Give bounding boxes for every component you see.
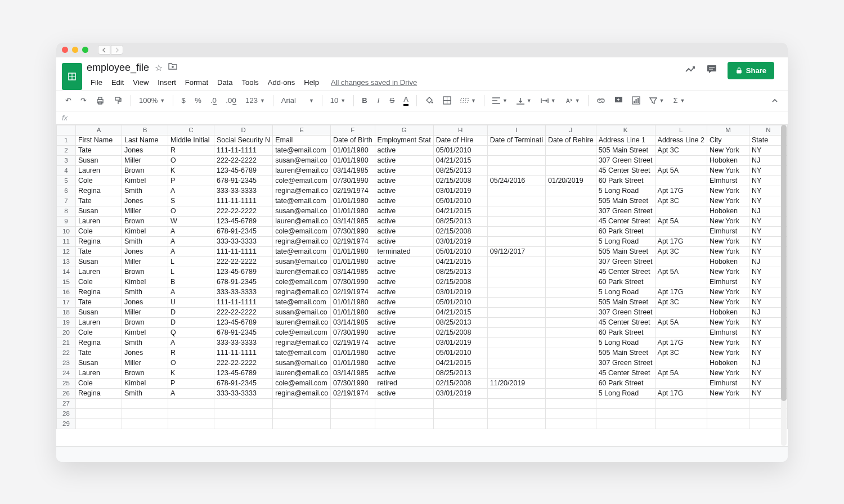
cell[interactable]: Hoboken (707, 307, 749, 317)
cell[interactable]: susan@email.co (273, 307, 331, 317)
cell[interactable]: 03/14/1985 (331, 165, 375, 176)
nav-back-button[interactable] (98, 45, 110, 55)
cell[interactable]: 01/01/1980 (331, 155, 375, 165)
cell[interactable] (487, 418, 545, 429)
row-header-20[interactable]: 20 (57, 327, 76, 338)
cell[interactable]: 05/01/2010 (433, 246, 487, 256)
cell[interactable]: tate@email.com (273, 196, 331, 206)
cell[interactable]: Hoboken (707, 206, 749, 216)
cell[interactable]: 307 Green Street (596, 155, 655, 165)
row-header-22[interactable]: 22 (57, 348, 76, 358)
row-header-10[interactable]: 10 (57, 226, 76, 236)
cell[interactable]: Lauren (75, 267, 122, 277)
currency-button[interactable]: $ (178, 94, 189, 107)
cell[interactable] (487, 368, 545, 378)
cell[interactable]: Apt 3C (655, 348, 707, 358)
cell[interactable] (487, 216, 545, 226)
cell[interactable]: 03/14/1985 (331, 368, 375, 378)
star-icon[interactable]: ☆ (155, 62, 163, 73)
cell[interactable]: 333-33-3333 (214, 388, 272, 398)
cell[interactable]: 04/21/2015 (433, 155, 487, 165)
row-header-14[interactable]: 14 (57, 267, 76, 277)
cell[interactable]: active (375, 368, 433, 378)
functions-button[interactable]: Σ▼ (670, 94, 688, 107)
cell[interactable]: A (168, 226, 214, 236)
cell[interactable] (487, 297, 545, 307)
bold-button[interactable]: B (358, 94, 370, 107)
cell[interactable] (487, 348, 545, 358)
cell[interactable]: 307 Green Street (596, 256, 655, 267)
collapse-toolbar-button[interactable] (767, 94, 782, 107)
cell[interactable]: 07/30/1990 (331, 176, 375, 186)
row-header-12[interactable]: 12 (57, 246, 76, 256)
cell[interactable] (707, 398, 749, 408)
cell[interactable]: 08/25/2013 (433, 368, 487, 378)
cell[interactable]: 5 Long Road (596, 388, 655, 398)
cell[interactable]: Brown (122, 317, 168, 327)
menu-format[interactable]: Format (181, 76, 212, 89)
cell[interactable] (487, 267, 545, 277)
cell[interactable]: Lauren (75, 368, 122, 378)
cell[interactable] (75, 408, 122, 418)
col-header-K[interactable]: K (596, 125, 655, 135)
cell[interactable]: 03/01/2019 (433, 338, 487, 348)
cell[interactable] (487, 155, 545, 165)
cell[interactable]: 505 Main Street (596, 145, 655, 155)
cell[interactable]: active (375, 327, 433, 338)
cell[interactable]: 678-91-2345 (214, 176, 272, 186)
cell[interactable] (214, 408, 272, 418)
cell[interactable] (546, 246, 596, 256)
cell[interactable] (546, 408, 596, 418)
insert-link-button[interactable] (593, 94, 609, 107)
cell[interactable]: Hoboken (707, 358, 749, 368)
cell[interactable]: 02/15/2008 (433, 277, 487, 287)
cell[interactable] (487, 226, 545, 236)
cell[interactable]: New York (707, 368, 749, 378)
cell[interactable]: K (168, 368, 214, 378)
cell[interactable]: 02/19/1974 (331, 186, 375, 196)
cell[interactable] (214, 418, 272, 429)
row-header-25[interactable]: 25 (57, 378, 76, 388)
cell[interactable] (375, 398, 433, 408)
cell[interactable]: 01/01/1980 (331, 145, 375, 155)
menu-add-ons[interactable]: Add-ons (264, 76, 299, 89)
cell[interactable] (168, 398, 214, 408)
cell[interactable] (655, 408, 707, 418)
cell[interactable]: cole@email.com (273, 327, 331, 338)
cell[interactable]: 04/21/2015 (433, 256, 487, 267)
cell[interactable] (546, 186, 596, 196)
cell[interactable]: A (168, 287, 214, 297)
cell[interactable] (546, 165, 596, 176)
window-close-button[interactable] (62, 47, 68, 53)
cell[interactable] (487, 307, 545, 317)
cell[interactable]: B (168, 277, 214, 287)
cell[interactable]: Jones (122, 297, 168, 307)
col-header-B[interactable]: B (122, 125, 168, 135)
col-header-J[interactable]: J (546, 125, 596, 135)
cell[interactable]: active (375, 358, 433, 368)
cell[interactable]: Social Security N (214, 135, 272, 145)
cell[interactable] (273, 398, 331, 408)
cell[interactable]: 09/12/2017 (487, 246, 545, 256)
cell[interactable]: 01/01/1980 (331, 196, 375, 206)
cell[interactable]: 03/01/2019 (433, 186, 487, 196)
col-header-L[interactable]: L (655, 125, 707, 135)
cell[interactable]: Apt 5A (655, 368, 707, 378)
cell[interactable]: 60 Park Street (596, 226, 655, 236)
col-header-E[interactable]: E (273, 125, 331, 135)
undo-button[interactable]: ↶ (62, 94, 75, 107)
cell[interactable]: active (375, 145, 433, 155)
cell[interactable]: lauren@email.co (273, 267, 331, 277)
cell[interactable]: New York (707, 317, 749, 327)
cell[interactable]: tate@email.com (273, 246, 331, 256)
cell[interactable]: Elmhurst (707, 378, 749, 388)
cell[interactable]: Jones (122, 348, 168, 358)
cell[interactable]: 05/01/2010 (433, 196, 487, 206)
cell[interactable] (546, 317, 596, 327)
cell[interactable]: active (375, 287, 433, 297)
cell[interactable]: 08/25/2013 (433, 216, 487, 226)
cell[interactable] (655, 398, 707, 408)
cell[interactable]: A (168, 186, 214, 196)
cell[interactable]: active (375, 165, 433, 176)
cell[interactable]: 222-22-2222 (214, 358, 272, 368)
